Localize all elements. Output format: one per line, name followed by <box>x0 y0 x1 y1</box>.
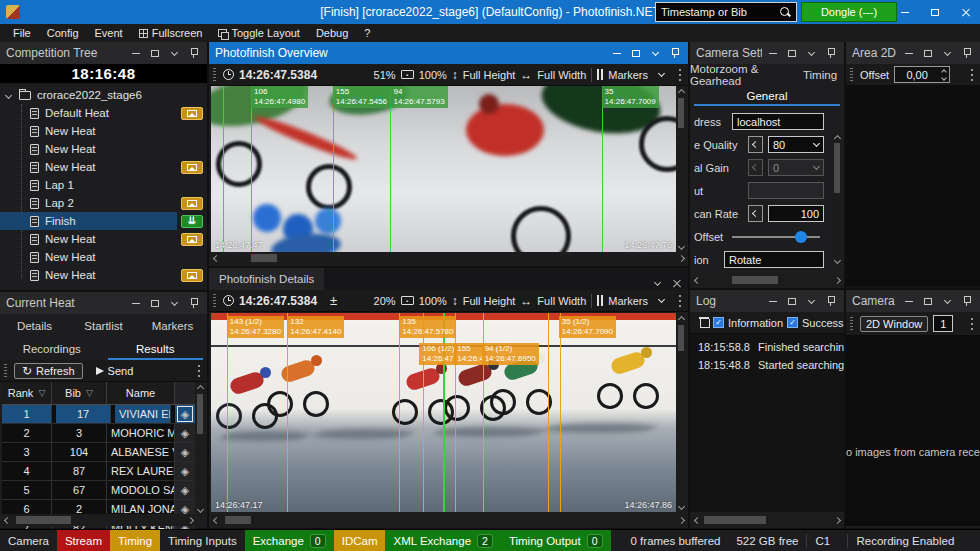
minimize-icon[interactable] <box>128 46 144 60</box>
tree-item-new-heat-4[interactable]: New Heat <box>0 230 207 248</box>
result-row-2[interactable]: 23MOHORIC MA◈ <box>2 424 195 443</box>
minimize-icon[interactable] <box>765 294 781 308</box>
details-horizontal-scrollbar[interactable] <box>211 514 686 526</box>
maximize-icon[interactable] <box>920 46 936 60</box>
toolbar-grip[interactable] <box>213 68 216 82</box>
marker-label[interactable]: 3514:26:47.7009 <box>602 86 659 108</box>
tab-photofinish-details[interactable]: Photofinish Details <box>209 268 324 290</box>
column-header-rank[interactable]: Rank▽ <box>2 382 52 404</box>
maximize-icon[interactable] <box>147 46 163 60</box>
tab-general[interactable]: General <box>690 85 844 106</box>
tree-item-lap-2[interactable]: Lap 2 <box>0 194 207 212</box>
toolbar-overflow-icon[interactable] <box>968 69 976 81</box>
zoom-level[interactable]: 20% <box>374 295 396 307</box>
refresh-button[interactable]: ↻Refresh <box>14 363 83 379</box>
quality-select[interactable]: 80 <box>768 136 824 153</box>
chevron-down-icon[interactable] <box>803 294 819 308</box>
status-timing-inputs[interactable]: Timing Inputs <box>160 530 245 551</box>
maximize-icon[interactable] <box>784 46 800 60</box>
menu-help[interactable]: ? <box>357 27 377 39</box>
minimize-window-button[interactable] <box>890 0 920 24</box>
success-checkbox[interactable]: ✓ <box>787 317 798 328</box>
log-horizontal-scrollbar[interactable] <box>692 514 842 526</box>
details-vertical-scrollbar[interactable] <box>676 313 686 512</box>
decrement-button[interactable] <box>748 205 763 222</box>
toolbar-overflow-icon[interactable] <box>968 318 976 330</box>
status-camera[interactable]: Camera <box>0 530 57 551</box>
overview-photo[interactable]: 10614:26:47.4980 15514:26:47.5456 9414:2… <box>211 86 676 252</box>
information-filter-label[interactable]: Information <box>728 317 783 329</box>
tree-root[interactable]: crorace2022_stage6 <box>0 86 207 104</box>
log-entry[interactable]: 18:15:48.8 Started searching for A <box>690 356 844 374</box>
marker-label[interactable]: 35 (1/2)14:26:47.7090 <box>559 316 616 338</box>
minimize-icon[interactable] <box>609 46 625 60</box>
tab-startlist[interactable]: Startlist <box>69 314 138 337</box>
chevron-down-icon[interactable] <box>653 68 669 82</box>
status-stream[interactable]: Stream <box>57 530 110 551</box>
marker-diamond-icon[interactable]: ◈ <box>181 447 189 458</box>
offset-spinner[interactable]: 0,00 <box>894 66 950 83</box>
marker-label[interactable]: 9414:26:47.5793 <box>390 86 447 108</box>
marker-label[interactable]: 13514:26:47.5780 <box>399 316 456 338</box>
zoom-100-button[interactable]: 100% <box>419 69 447 81</box>
tree-item-new-heat-2[interactable]: New Heat <box>0 140 207 158</box>
chevron-down-icon[interactable] <box>939 294 955 308</box>
tree-item-finish-selected[interactable]: Finish ⇊ <box>0 212 207 230</box>
chevron-down-icon[interactable] <box>939 46 955 60</box>
chevron-down-icon[interactable] <box>166 296 182 310</box>
tree-item-lap-1[interactable]: Lap 1 <box>0 176 207 194</box>
minimize-icon[interactable] <box>901 294 917 308</box>
menu-event[interactable]: Event <box>88 27 130 39</box>
full-width-button[interactable]: Full Width <box>537 295 586 307</box>
success-filter-label[interactable]: Success <box>802 317 844 329</box>
settings-vertical-scrollbar[interactable] <box>832 132 842 266</box>
slider-thumb[interactable] <box>795 231 807 243</box>
2d-window-button[interactable]: 2D Window <box>860 316 928 332</box>
tab-results[interactable]: Results <box>104 337 208 360</box>
marker-label[interactable]: 13214:26:47.4140 <box>287 316 344 338</box>
menu-debug[interactable]: Debug <box>309 27 355 39</box>
toolbar-overflow-icon[interactable] <box>676 295 684 307</box>
result-row-5[interactable]: 567MODOLO SA◈ <box>2 481 195 500</box>
minimize-icon[interactable] <box>128 296 144 310</box>
pin-icon[interactable] <box>185 46 201 60</box>
minimize-icon[interactable] <box>765 46 781 60</box>
marker-line[interactable] <box>287 313 288 512</box>
results-horizontal-scrollbar[interactable] <box>2 514 195 526</box>
settings-horizontal-scrollbar[interactable] <box>692 274 842 286</box>
tree-item-new-heat-3[interactable]: New Heat <box>0 158 207 176</box>
information-checkbox[interactable]: ✓ <box>713 317 724 328</box>
toolbar-grip[interactable] <box>213 294 216 308</box>
status-exchange[interactable]: Exchange0 <box>245 530 334 551</box>
status-timing[interactable]: Timing <box>110 530 160 551</box>
filter-icon[interactable]: ▽ <box>38 388 45 398</box>
scan-rate-input[interactable]: 100 <box>768 205 824 222</box>
offset-slider[interactable] <box>732 236 820 238</box>
toolbar-grip[interactable] <box>850 317 853 331</box>
maximize-icon[interactable] <box>628 46 644 60</box>
dongle-button[interactable]: Dongle (---) <box>801 2 897 22</box>
column-header-name[interactable]: Name <box>107 382 175 404</box>
tab-markers[interactable]: Markers <box>138 314 207 337</box>
maximize-window-button[interactable] <box>920 0 950 24</box>
chevron-down-icon[interactable] <box>803 46 819 60</box>
marker-label[interactable]: 10614:26:47.4980 <box>251 86 308 108</box>
marker-diamond-icon[interactable]: ◈ <box>181 466 189 477</box>
pin-icon[interactable] <box>666 46 682 60</box>
result-row-1[interactable]: 117VIVIANI ELIA◈ <box>2 405 195 424</box>
tab-details[interactable]: Details <box>0 314 69 337</box>
tab-timing[interactable]: Timing <box>796 64 844 85</box>
marker-line[interactable] <box>560 313 561 512</box>
column-header-bib[interactable]: Bib▽ <box>52 382 107 404</box>
marker-label[interactable]: 94 (1/2)14:26:47.6950 <box>482 343 539 365</box>
maximize-icon[interactable] <box>920 294 936 308</box>
menu-fullscreen[interactable]: Fullscreen <box>132 27 210 39</box>
marker-line[interactable] <box>227 313 228 512</box>
pin-icon[interactable] <box>958 294 974 308</box>
marker-line[interactable] <box>548 313 549 512</box>
toolbar-grip[interactable] <box>4 364 7 378</box>
search-icon[interactable] <box>780 7 791 18</box>
clear-log-icon[interactable] <box>700 317 709 328</box>
marker-label[interactable]: 106 (1/2)14:26:47 <box>419 343 457 365</box>
overview-vertical-scrollbar[interactable] <box>676 86 686 252</box>
